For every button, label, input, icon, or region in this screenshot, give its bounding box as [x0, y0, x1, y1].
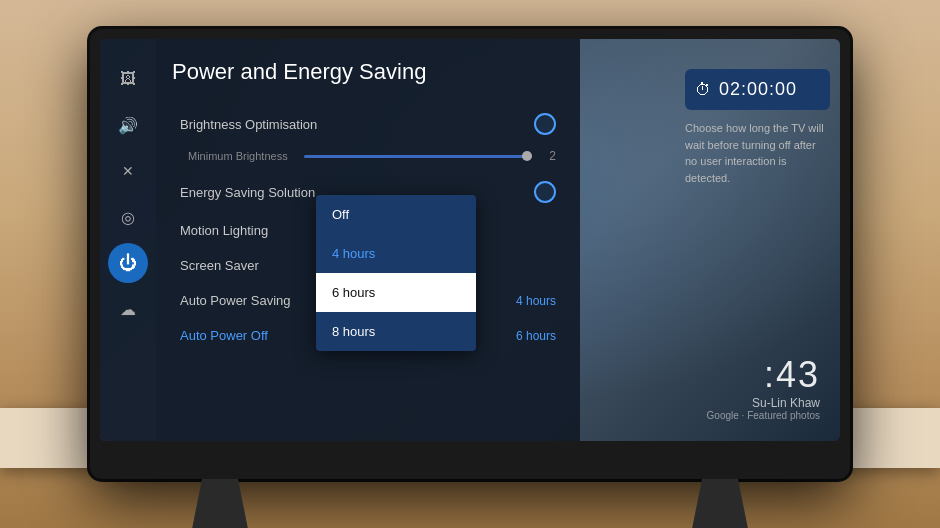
tv-screen: :43 Su-Lin Khaw Google · Featured photos…: [100, 39, 840, 441]
sidebar-item-picture[interactable]: 🖼: [108, 59, 148, 99]
screen-saver-label: Screen Saver: [180, 258, 259, 273]
sidebar-item-general[interactable]: ✕: [108, 151, 148, 191]
brightness-value: 2: [540, 149, 556, 163]
timer-icon: ⏱: [695, 81, 711, 99]
sidebar-item-network[interactable]: ◎: [108, 197, 148, 237]
menu-panel: 🖼 🔊 ✕ ◎ ⏻: [100, 39, 580, 441]
timer-box: ⏱ 02:00:00: [685, 69, 830, 110]
sidebar: 🖼 🔊 ✕ ◎ ⏻: [100, 39, 156, 441]
dropdown-8hours[interactable]: 8 hours: [316, 312, 476, 351]
minimum-brightness-row: Minimum Brightness 2: [172, 145, 564, 171]
sound-icon: 🔊: [118, 116, 138, 135]
dropdown-4hours[interactable]: 4 hours: [316, 234, 476, 273]
auto-power-saving-value: 4 hours: [516, 294, 556, 308]
clock-source: Google · Featured photos: [707, 410, 820, 421]
screen-content: :43 Su-Lin Khaw Google · Featured photos…: [100, 39, 840, 441]
auto-power-off-label: Auto Power Off: [180, 328, 268, 343]
menu-title: Power and Energy Saving: [172, 59, 564, 85]
energy-saving-label: Energy Saving Solution: [180, 185, 315, 200]
clock-time: :43: [707, 354, 820, 396]
room-background: HDMI :43 Su-Lin Khaw Google · Featured p…: [0, 0, 940, 528]
general-icon: ✕: [122, 163, 134, 179]
energy-saving-toggle[interactable]: [534, 181, 556, 203]
timer-value: 02:00:00: [719, 79, 797, 100]
dropdown-6hours[interactable]: 6 hours: [316, 273, 476, 312]
auto-power-saving-label: Auto Power Saving: [180, 293, 291, 308]
power-icon: ⏻: [119, 253, 137, 274]
sidebar-item-sound[interactable]: 🔊: [108, 105, 148, 145]
dropdown-off[interactable]: Off: [316, 195, 476, 234]
clock-user: Su-Lin Khaw: [707, 396, 820, 410]
brightness-optimisation-label: Brightness Optimisation: [180, 117, 317, 132]
clock-overlay: :43 Su-Lin Khaw Google · Featured photos: [707, 354, 820, 421]
auto-power-off-value: 6 hours: [516, 329, 556, 343]
sidebar-item-power[interactable]: ⏻: [108, 243, 148, 283]
support-icon: ☁: [120, 300, 136, 319]
motion-lighting-label: Motion Lighting: [180, 223, 268, 238]
dropdown-menu: Off 4 hours 6 hours 8 hours: [316, 195, 476, 351]
brightness-optimisation-toggle[interactable]: [534, 113, 556, 135]
info-panel: ⏱ 02:00:00 Choose how long the TV will w…: [685, 69, 830, 186]
main-menu: Power and Energy Saving Brightness Optim…: [156, 39, 580, 441]
network-icon: ◎: [121, 208, 135, 227]
tv-frame: HDMI :43 Su-Lin Khaw Google · Featured p…: [90, 29, 850, 479]
picture-icon: 🖼: [120, 70, 136, 88]
brightness-slider[interactable]: [304, 155, 532, 158]
sidebar-item-support[interactable]: ☁: [108, 289, 148, 329]
info-description: Choose how long the TV will wait before …: [685, 120, 830, 186]
brightness-optimisation-item[interactable]: Brightness Optimisation: [172, 103, 564, 145]
minimum-brightness-label: Minimum Brightness: [180, 150, 296, 162]
